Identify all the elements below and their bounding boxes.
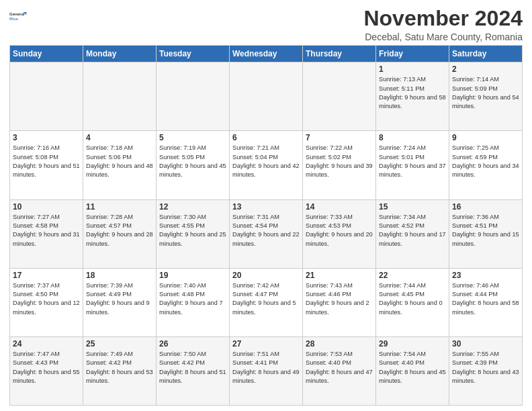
calendar-cell: 10Sunrise: 7:27 AMSunset: 4:58 PMDayligh… (10, 199, 83, 268)
day-number: 22 (379, 271, 446, 280)
day-info: Sunrise: 7:55 AMSunset: 4:39 PMDaylight:… (452, 350, 519, 385)
day-info: Sunrise: 7:19 AMSunset: 5:05 PMDaylight:… (159, 144, 226, 179)
calendar-cell: 3Sunrise: 7:16 AMSunset: 5:08 PMDaylight… (10, 131, 83, 199)
logo: GeneralBlue (9, 7, 28, 26)
day-info: Sunrise: 7:40 AMSunset: 4:48 PMDaylight:… (159, 281, 226, 317)
calendar-cell: 22Sunrise: 7:44 AMSunset: 4:45 PMDayligh… (376, 268, 449, 336)
day-number: 28 (306, 339, 373, 349)
calendar-cell: 30Sunrise: 7:55 AMSunset: 4:39 PMDayligh… (449, 336, 523, 405)
calendar-cell: 6Sunrise: 7:21 AMSunset: 5:04 PMDaylight… (230, 131, 303, 199)
day-info: Sunrise: 7:22 AMSunset: 5:02 PMDaylight:… (306, 144, 373, 179)
calendar-cell: 14Sunrise: 7:33 AMSunset: 4:53 PMDayligh… (303, 199, 376, 268)
svg-text:Blue: Blue (9, 17, 19, 21)
subtitle: Decebal, Satu Mare County, Romania (363, 32, 523, 42)
col-header-tuesday: Tuesday (157, 46, 230, 62)
day-number: 5 (159, 133, 226, 142)
day-number: 21 (306, 271, 373, 280)
day-number: 14 (306, 202, 373, 212)
day-number: 12 (159, 202, 226, 212)
main-title: November 2024 (363, 7, 523, 30)
calendar-cell (157, 62, 230, 131)
day-info: Sunrise: 7:13 AMSunset: 5:11 PMDaylight:… (379, 75, 446, 111)
calendar-cell: 13Sunrise: 7:31 AMSunset: 4:54 PMDayligh… (230, 199, 303, 268)
col-header-monday: Monday (83, 46, 157, 62)
calendar-cell: 16Sunrise: 7:36 AMSunset: 4:51 PMDayligh… (449, 199, 523, 268)
calendar-cell (230, 62, 303, 131)
week-row-1: 1Sunrise: 7:13 AMSunset: 5:11 PMDaylight… (10, 62, 523, 131)
calendar-cell: 20Sunrise: 7:42 AMSunset: 4:47 PMDayligh… (230, 268, 303, 336)
calendar-cell: 19Sunrise: 7:40 AMSunset: 4:48 PMDayligh… (157, 268, 230, 336)
calendar-cell: 28Sunrise: 7:53 AMSunset: 4:40 PMDayligh… (303, 336, 376, 405)
day-info: Sunrise: 7:53 AMSunset: 4:40 PMDaylight:… (306, 350, 373, 385)
header: GeneralBlue November 2024 Decebal, Satu … (9, 7, 523, 42)
calendar-page: GeneralBlue November 2024 Decebal, Satu … (0, 0, 532, 411)
day-number: 7 (306, 133, 373, 142)
day-info: Sunrise: 7:44 AMSunset: 4:45 PMDaylight:… (379, 281, 446, 317)
col-header-friday: Friday (376, 46, 449, 62)
day-info: Sunrise: 7:34 AMSunset: 4:52 PMDaylight:… (379, 213, 446, 248)
calendar-cell: 21Sunrise: 7:43 AMSunset: 4:46 PMDayligh… (303, 268, 376, 336)
day-info: Sunrise: 7:31 AMSunset: 4:54 PMDaylight:… (232, 213, 300, 248)
day-info: Sunrise: 7:25 AMSunset: 4:59 PMDaylight:… (452, 144, 519, 179)
day-number: 9 (452, 133, 519, 142)
day-number: 18 (86, 271, 153, 280)
day-number: 6 (232, 133, 300, 142)
day-info: Sunrise: 7:18 AMSunset: 5:06 PMDaylight:… (86, 144, 153, 179)
day-info: Sunrise: 7:49 AMSunset: 4:42 PMDaylight:… (86, 350, 153, 385)
calendar-cell: 25Sunrise: 7:49 AMSunset: 4:42 PMDayligh… (83, 336, 157, 405)
day-info: Sunrise: 7:33 AMSunset: 4:53 PMDaylight:… (306, 213, 373, 248)
day-number: 24 (13, 339, 80, 349)
day-info: Sunrise: 7:30 AMSunset: 4:55 PMDaylight:… (159, 213, 226, 248)
col-header-thursday: Thursday (303, 46, 376, 62)
day-number: 25 (86, 339, 153, 349)
day-number: 30 (452, 339, 519, 349)
day-number: 3 (13, 133, 80, 142)
calendar-cell: 15Sunrise: 7:34 AMSunset: 4:52 PMDayligh… (376, 199, 449, 268)
header-row: SundayMondayTuesdayWednesdayThursdayFrid… (10, 46, 523, 62)
col-header-wednesday: Wednesday (230, 46, 303, 62)
day-number: 10 (13, 202, 80, 212)
day-info: Sunrise: 7:43 AMSunset: 4:46 PMDaylight:… (306, 281, 373, 317)
day-number: 26 (159, 339, 226, 349)
logo-icon: GeneralBlue (9, 7, 28, 26)
calendar-cell: 18Sunrise: 7:39 AMSunset: 4:49 PMDayligh… (83, 268, 157, 336)
calendar-cell (83, 62, 157, 131)
calendar-table: SundayMondayTuesdayWednesdayThursdayFrid… (9, 45, 523, 406)
calendar-cell: 26Sunrise: 7:50 AMSunset: 4:42 PMDayligh… (157, 336, 230, 405)
day-number: 4 (86, 133, 153, 142)
calendar-cell: 7Sunrise: 7:22 AMSunset: 5:02 PMDaylight… (303, 131, 376, 199)
calendar-cell: 17Sunrise: 7:37 AMSunset: 4:50 PMDayligh… (10, 268, 83, 336)
day-info: Sunrise: 7:37 AMSunset: 4:50 PMDaylight:… (13, 281, 80, 317)
day-info: Sunrise: 7:51 AMSunset: 4:41 PMDaylight:… (232, 350, 300, 385)
calendar-cell: 5Sunrise: 7:19 AMSunset: 5:05 PMDaylight… (157, 131, 230, 199)
day-info: Sunrise: 7:14 AMSunset: 5:09 PMDaylight:… (452, 75, 519, 111)
day-number: 13 (232, 202, 300, 212)
calendar-cell: 4Sunrise: 7:18 AMSunset: 5:06 PMDaylight… (83, 131, 157, 199)
day-number: 17 (13, 271, 80, 280)
day-info: Sunrise: 7:54 AMSunset: 4:40 PMDaylight:… (379, 350, 446, 385)
title-block: November 2024 Decebal, Satu Mare County,… (363, 7, 523, 42)
day-number: 19 (159, 271, 226, 280)
day-info: Sunrise: 7:46 AMSunset: 4:44 PMDaylight:… (452, 281, 519, 317)
day-number: 29 (379, 339, 446, 349)
calendar-cell: 2Sunrise: 7:14 AMSunset: 5:09 PMDaylight… (449, 62, 523, 131)
calendar-cell: 29Sunrise: 7:54 AMSunset: 4:40 PMDayligh… (376, 336, 449, 405)
day-number: 20 (232, 271, 300, 280)
week-row-5: 24Sunrise: 7:47 AMSunset: 4:43 PMDayligh… (10, 336, 523, 405)
col-header-saturday: Saturday (449, 46, 523, 62)
day-info: Sunrise: 7:21 AMSunset: 5:04 PMDaylight:… (232, 144, 300, 179)
day-number: 16 (452, 202, 519, 212)
day-info: Sunrise: 7:42 AMSunset: 4:47 PMDaylight:… (232, 281, 300, 317)
day-number: 2 (452, 64, 519, 74)
calendar-cell: 24Sunrise: 7:47 AMSunset: 4:43 PMDayligh… (10, 336, 83, 405)
day-info: Sunrise: 7:50 AMSunset: 4:42 PMDaylight:… (159, 350, 226, 385)
day-number: 8 (379, 133, 446, 142)
day-info: Sunrise: 7:24 AMSunset: 5:01 PMDaylight:… (379, 144, 446, 179)
day-number: 23 (452, 271, 519, 280)
day-info: Sunrise: 7:39 AMSunset: 4:49 PMDaylight:… (86, 281, 153, 317)
calendar-cell: 9Sunrise: 7:25 AMSunset: 4:59 PMDaylight… (449, 131, 523, 199)
day-info: Sunrise: 7:36 AMSunset: 4:51 PMDaylight:… (452, 213, 519, 248)
calendar-cell (10, 62, 83, 131)
day-number: 27 (232, 339, 300, 349)
calendar-cell (303, 62, 376, 131)
